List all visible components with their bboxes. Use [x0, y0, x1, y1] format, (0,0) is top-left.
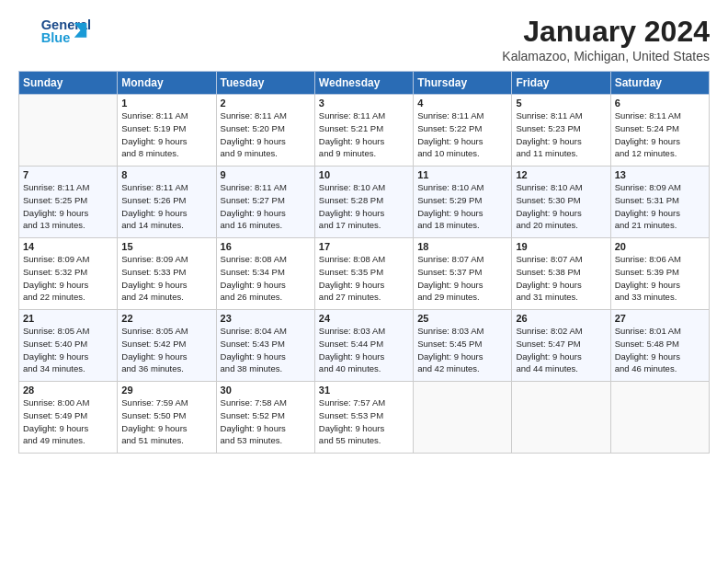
calendar-cell	[19, 95, 118, 167]
day-number: 4	[417, 98, 507, 109]
day-info: Sunrise: 8:09 AM Sunset: 5:33 PM Dayligh…	[121, 253, 211, 304]
day-info: Sunrise: 8:08 AM Sunset: 5:34 PM Dayligh…	[221, 253, 311, 304]
day-number: 20	[615, 241, 705, 252]
header: General Blue January 2024 Kalamazoo, Mic…	[18, 15, 710, 63]
day-info: Sunrise: 7:59 AM Sunset: 5:50 PM Dayligh…	[121, 396, 211, 447]
calendar-cell: 1Sunrise: 8:11 AM Sunset: 5:19 PM Daylig…	[118, 95, 216, 167]
day-info: Sunrise: 8:11 AM Sunset: 5:27 PM Dayligh…	[221, 181, 311, 232]
day-info: Sunrise: 7:57 AM Sunset: 5:53 PM Dayligh…	[319, 396, 409, 447]
day-number: 9	[221, 169, 311, 180]
day-info: Sunrise: 8:11 AM Sunset: 5:24 PM Dayligh…	[615, 109, 705, 160]
week-row-3: 14Sunrise: 8:09 AM Sunset: 5:32 PM Dayli…	[19, 238, 710, 310]
calendar-cell: 25Sunrise: 8:03 AM Sunset: 5:45 PM Dayli…	[414, 310, 512, 382]
calendar-cell: 5Sunrise: 8:11 AM Sunset: 5:23 PM Daylig…	[512, 95, 610, 167]
day-number: 1	[121, 98, 211, 109]
day-info: Sunrise: 8:00 AM Sunset: 5:49 PM Dayligh…	[23, 396, 113, 447]
day-number: 27	[615, 313, 705, 324]
svg-text:Blue: Blue	[41, 30, 71, 45]
day-number: 14	[23, 241, 113, 252]
calendar-cell: 20Sunrise: 8:06 AM Sunset: 5:39 PM Dayli…	[610, 238, 709, 310]
weekday-header-sunday: Sunday	[19, 72, 118, 95]
calendar-cell: 3Sunrise: 8:11 AM Sunset: 5:21 PM Daylig…	[314, 95, 413, 167]
weekday-header-friday: Friday	[512, 72, 610, 95]
calendar-cell: 23Sunrise: 8:04 AM Sunset: 5:43 PM Dayli…	[216, 310, 314, 382]
day-info: Sunrise: 8:10 AM Sunset: 5:28 PM Dayligh…	[319, 181, 409, 232]
day-info: Sunrise: 8:11 AM Sunset: 5:23 PM Dayligh…	[516, 109, 606, 160]
day-number: 24	[319, 313, 409, 324]
day-info: Sunrise: 8:03 AM Sunset: 5:45 PM Dayligh…	[417, 325, 507, 375]
day-info: Sunrise: 8:10 AM Sunset: 5:29 PM Dayligh…	[417, 181, 507, 232]
day-info: Sunrise: 8:10 AM Sunset: 5:30 PM Dayligh…	[516, 181, 606, 232]
calendar-cell: 15Sunrise: 8:09 AM Sunset: 5:33 PM Dayli…	[118, 238, 216, 310]
weekday-header-wednesday: Wednesday	[314, 72, 413, 95]
main-title: January 2024	[502, 15, 710, 49]
day-info: Sunrise: 8:11 AM Sunset: 5:21 PM Dayligh…	[319, 109, 409, 160]
calendar-cell: 26Sunrise: 8:02 AM Sunset: 5:47 PM Dayli…	[512, 310, 610, 382]
calendar-cell: 11Sunrise: 8:10 AM Sunset: 5:29 PM Dayli…	[414, 167, 512, 238]
calendar-cell: 17Sunrise: 8:08 AM Sunset: 5:35 PM Dayli…	[314, 238, 413, 310]
calendar-cell: 12Sunrise: 8:10 AM Sunset: 5:30 PM Dayli…	[512, 167, 610, 238]
day-info: Sunrise: 8:11 AM Sunset: 5:20 PM Dayligh…	[221, 109, 311, 160]
subtitle: Kalamazoo, Michigan, United States	[502, 49, 710, 63]
day-info: Sunrise: 8:11 AM Sunset: 5:25 PM Dayligh…	[23, 181, 113, 232]
calendar-cell: 30Sunrise: 7:58 AM Sunset: 5:52 PM Dayli…	[216, 382, 314, 454]
week-row-1: 1Sunrise: 8:11 AM Sunset: 5:19 PM Daylig…	[19, 95, 710, 167]
calendar-cell: 14Sunrise: 8:09 AM Sunset: 5:32 PM Dayli…	[19, 238, 118, 310]
day-number: 29	[121, 385, 211, 396]
day-number: 15	[121, 241, 211, 252]
calendar-cell: 21Sunrise: 8:05 AM Sunset: 5:40 PM Dayli…	[19, 310, 118, 382]
calendar-cell: 9Sunrise: 8:11 AM Sunset: 5:27 PM Daylig…	[216, 167, 314, 238]
day-number: 30	[221, 385, 311, 396]
day-info: Sunrise: 8:06 AM Sunset: 5:39 PM Dayligh…	[615, 253, 705, 304]
logo-icon: General Blue	[18, 15, 101, 48]
calendar-cell: 29Sunrise: 7:59 AM Sunset: 5:50 PM Dayli…	[118, 382, 216, 454]
day-number: 8	[121, 169, 211, 180]
day-info: Sunrise: 8:03 AM Sunset: 5:44 PM Dayligh…	[319, 325, 409, 375]
weekday-header-saturday: Saturday	[610, 72, 709, 95]
title-block: January 2024 Kalamazoo, Michigan, United…	[502, 15, 710, 63]
day-info: Sunrise: 8:04 AM Sunset: 5:43 PM Dayligh…	[221, 325, 311, 375]
weekday-header-tuesday: Tuesday	[216, 72, 314, 95]
calendar-cell: 24Sunrise: 8:03 AM Sunset: 5:44 PM Dayli…	[314, 310, 413, 382]
day-number: 21	[23, 313, 113, 324]
calendar-cell: 31Sunrise: 7:57 AM Sunset: 5:53 PM Dayli…	[314, 382, 413, 454]
calendar-cell: 16Sunrise: 8:08 AM Sunset: 5:34 PM Dayli…	[216, 238, 314, 310]
day-info: Sunrise: 8:02 AM Sunset: 5:47 PM Dayligh…	[516, 325, 606, 375]
day-number: 26	[516, 313, 606, 324]
calendar-cell: 6Sunrise: 8:11 AM Sunset: 5:24 PM Daylig…	[610, 95, 709, 167]
calendar-table: SundayMondayTuesdayWednesdayThursdayFrid…	[18, 71, 710, 454]
day-number: 16	[221, 241, 311, 252]
calendar-cell: 7Sunrise: 8:11 AM Sunset: 5:25 PM Daylig…	[19, 167, 118, 238]
calendar-cell: 10Sunrise: 8:10 AM Sunset: 5:28 PM Dayli…	[314, 167, 413, 238]
day-info: Sunrise: 8:07 AM Sunset: 5:38 PM Dayligh…	[516, 253, 606, 304]
weekday-header-thursday: Thursday	[414, 72, 512, 95]
calendar-cell: 4Sunrise: 8:11 AM Sunset: 5:22 PM Daylig…	[414, 95, 512, 167]
calendar-cell: 8Sunrise: 8:11 AM Sunset: 5:26 PM Daylig…	[118, 167, 216, 238]
day-number: 18	[417, 241, 507, 252]
day-number: 31	[319, 385, 409, 396]
week-row-4: 21Sunrise: 8:05 AM Sunset: 5:40 PM Dayli…	[19, 310, 710, 382]
day-number: 10	[319, 169, 409, 180]
calendar-cell: 2Sunrise: 8:11 AM Sunset: 5:20 PM Daylig…	[216, 95, 314, 167]
calendar-cell: 18Sunrise: 8:07 AM Sunset: 5:37 PM Dayli…	[414, 238, 512, 310]
day-number: 28	[23, 385, 113, 396]
day-info: Sunrise: 8:01 AM Sunset: 5:48 PM Dayligh…	[615, 325, 705, 375]
day-info: Sunrise: 8:05 AM Sunset: 5:40 PM Dayligh…	[23, 325, 113, 375]
day-info: Sunrise: 7:58 AM Sunset: 5:52 PM Dayligh…	[221, 396, 311, 447]
calendar-cell	[610, 382, 709, 454]
day-number: 22	[121, 313, 211, 324]
day-info: Sunrise: 8:09 AM Sunset: 5:32 PM Dayligh…	[23, 253, 113, 304]
calendar-cell: 28Sunrise: 8:00 AM Sunset: 5:49 PM Dayli…	[19, 382, 118, 454]
day-number: 7	[23, 169, 113, 180]
logo: General Blue	[18, 15, 101, 48]
day-info: Sunrise: 8:05 AM Sunset: 5:42 PM Dayligh…	[121, 325, 211, 375]
day-number: 3	[319, 98, 409, 109]
calendar-cell: 19Sunrise: 8:07 AM Sunset: 5:38 PM Dayli…	[512, 238, 610, 310]
day-number: 6	[615, 98, 705, 109]
day-info: Sunrise: 8:07 AM Sunset: 5:37 PM Dayligh…	[417, 253, 507, 304]
week-row-5: 28Sunrise: 8:00 AM Sunset: 5:49 PM Dayli…	[19, 382, 710, 454]
day-info: Sunrise: 8:09 AM Sunset: 5:31 PM Dayligh…	[615, 181, 705, 232]
day-number: 2	[221, 98, 311, 109]
day-number: 5	[516, 98, 606, 109]
day-number: 11	[417, 169, 507, 180]
